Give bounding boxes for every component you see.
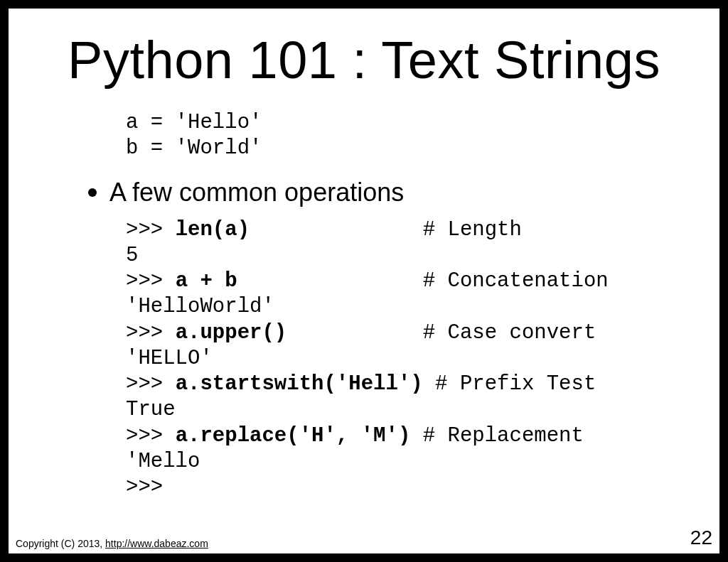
- code-line: >>>: [126, 475, 719, 500]
- code-line: >>> len(a) # Length: [126, 217, 719, 243]
- code-line: 'Mello: [126, 449, 719, 475]
- code-line: >>> a.upper() # Case convert: [126, 320, 719, 346]
- code-line: 'HelloWorld': [126, 294, 719, 320]
- code-line: True: [126, 397, 719, 423]
- slide: Python 101 : Text Strings a = 'Hello' b …: [9, 9, 719, 553]
- code-line: 'HELLO': [126, 346, 719, 372]
- code-intro-block: a = 'Hello' b = 'World': [126, 110, 719, 162]
- code-line: >>> a.startswith('Hell') # Prefix Test: [126, 372, 719, 397]
- code-main-block: >>> len(a) # Length5>>> a + b # Concaten…: [126, 217, 719, 501]
- footer: Copyright (C) 2013, http://www.dabeaz.co…: [16, 526, 712, 549]
- slide-title: Python 101 : Text Strings: [9, 9, 719, 90]
- code-line: >>> a + b # Concatenation: [126, 269, 719, 294]
- copyright-prefix: Copyright (C) 2013,: [16, 538, 105, 549]
- bullet-text: A few common operations: [109, 178, 404, 207]
- copyright-link: http://www.dabeaz.com: [105, 538, 208, 549]
- page-number: 22: [690, 526, 712, 549]
- bullet-row: A few common operations: [88, 178, 719, 207]
- bullet-icon: [88, 188, 97, 197]
- code-line: 5: [126, 243, 719, 269]
- copyright: Copyright (C) 2013, http://www.dabeaz.co…: [16, 538, 208, 549]
- code-line: >>> a.replace('H', 'M') # Replacement: [126, 423, 719, 449]
